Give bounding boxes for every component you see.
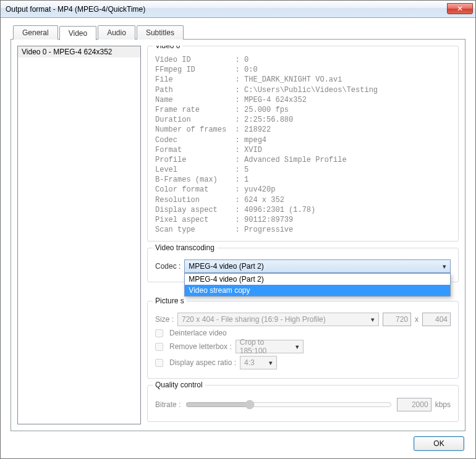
group-quality-control: Quality control Bitrate : kbps [147, 385, 459, 422]
bitrate-slider[interactable] [185, 398, 391, 411]
codec-select-value: MPEG-4 video (Part 2) [189, 262, 263, 271]
right-pane: Video 0 Video ID : 0 FFmpeg ID : 0:0 Fil… [147, 46, 459, 424]
codec-dropdown-list: MPEG-4 video (Part 2) Video stream copy [184, 273, 451, 297]
tab-audio[interactable]: Audio [98, 25, 135, 40]
dropdown-item-stream-copy[interactable]: Video stream copy [185, 285, 450, 296]
dialog-footer: OK [11, 431, 465, 451]
codec-select[interactable]: MPEG-4 video (Part 2) MPEG-4 video (Part… [184, 259, 451, 273]
size-select[interactable]: 720 x 404 - File sharing (16:9 - High Pr… [177, 313, 379, 326]
height-input[interactable] [422, 313, 451, 326]
group-title-video-info: Video 0 [153, 46, 182, 50]
close-icon: ✕ [457, 4, 463, 13]
dar-label: Display aspec ratio : [169, 358, 236, 367]
titlebar[interactable]: Output format - MP4 (MPEG-4/QuickTime) ✕ [1, 1, 475, 18]
dropdown-item-mpeg4[interactable]: MPEG-4 video (Part 2) [185, 274, 450, 285]
group-picture-size: Picture s Size : 720 x 404 - File sharin… [147, 301, 459, 379]
remove-letterbox-label: Remove letterbox : [169, 342, 232, 351]
group-video-info: Video 0 Video ID : 0 FFmpeg ID : 0:0 Fil… [147, 46, 459, 242]
group-title-transcoding: Video transcoding [153, 243, 217, 252]
close-button[interactable]: ✕ [447, 3, 473, 14]
crop-select-value: Crop to 185:100 [240, 338, 291, 355]
dialog-window: Output format - MP4 (MPEG-4/QuickTime) ✕… [0, 0, 476, 459]
tab-panel-video: Video 0 - MPEG-4 624x352 Video 0 Video I… [11, 39, 465, 431]
crop-select[interactable]: Crop to 185:100 [236, 340, 304, 353]
tab-subtitles[interactable]: Subtitles [137, 25, 184, 40]
deinterlace-label: Deinterlace video [169, 329, 227, 337]
tab-general[interactable]: General [13, 25, 58, 40]
codec-label: Codec : [155, 262, 181, 271]
video-info-text: Video ID : 0 FFmpeg ID : 0:0 File : THE_… [155, 55, 451, 235]
x-label: x [415, 315, 419, 324]
bitrate-label: Bitrate : [155, 400, 181, 409]
bitrate-input[interactable] [397, 398, 431, 411]
client-area: General Video Audio Subtitles Video 0 - … [1, 18, 475, 458]
list-item[interactable]: Video 0 - MPEG-4 624x352 [18, 46, 140, 57]
size-select-value: 720 x 404 - File sharing (16:9 - High Pr… [182, 315, 326, 324]
group-title-picture: Picture s [153, 297, 187, 305]
window-title: Output format - MP4 (MPEG-4/QuickTime) [6, 5, 447, 14]
bitrate-unit: kbps [435, 400, 451, 409]
dar-select[interactable]: 4:3 [240, 356, 277, 369]
tab-strip: General Video Audio Subtitles [11, 25, 465, 40]
size-label: Size : [155, 315, 174, 324]
group-title-quality: Quality control [153, 381, 205, 389]
dar-checkbox[interactable] [155, 359, 163, 367]
group-video-transcoding: Video transcoding Codec : MPEG-4 video (… [147, 248, 459, 282]
tab-video[interactable]: Video [59, 26, 96, 40]
width-input[interactable] [383, 313, 411, 326]
dar-select-value: 4:3 [244, 358, 255, 367]
remove-letterbox-checkbox[interactable] [155, 343, 163, 351]
ok-button[interactable]: OK [414, 436, 464, 451]
video-streams-listbox[interactable]: Video 0 - MPEG-4 624x352 [17, 46, 141, 424]
deinterlace-checkbox[interactable] [155, 329, 163, 337]
